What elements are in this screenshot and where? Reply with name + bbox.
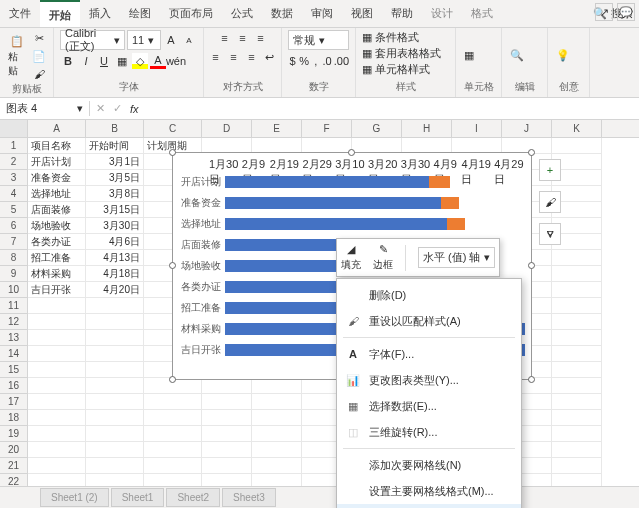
col-header[interactable]: B [86, 120, 144, 137]
row-header[interactable]: 2 [0, 154, 28, 170]
cell[interactable]: 3月5日 [86, 170, 144, 186]
conditional-format-button[interactable]: ▦条件格式 [362, 30, 419, 45]
resize-handle[interactable] [169, 262, 176, 269]
menu-review[interactable]: 审阅 [302, 0, 342, 27]
ctx-delete[interactable]: 删除(D) [337, 282, 521, 308]
align-middle-icon[interactable]: ≡ [235, 30, 251, 46]
chart-bar-row[interactable]: 选择地址 [179, 213, 525, 234]
row-header[interactable]: 6 [0, 218, 28, 234]
chart-brush-button[interactable]: 🖌 [539, 191, 561, 213]
row-header[interactable]: 8 [0, 250, 28, 266]
menu-home[interactable]: 开始 [40, 0, 80, 27]
decimal-inc-icon[interactable]: .0 [322, 53, 331, 69]
col-header[interactable]: I [452, 120, 502, 137]
cell[interactable]: 材料采购 [28, 266, 86, 282]
font-name-combo[interactable]: Calibri (正文)▾ [60, 30, 125, 50]
cut-icon[interactable]: ✂ [31, 30, 47, 46]
paste-button[interactable]: 📋 粘贴 [6, 33, 28, 80]
share-icon[interactable]: ↗ [595, 3, 613, 21]
cell[interactable]: 4月6日 [86, 234, 144, 250]
font-size-combo[interactable]: 11▾ [127, 30, 161, 50]
ctx-reset-style[interactable]: 🖌重设以匹配样式(A) [337, 308, 521, 334]
row-header[interactable]: 9 [0, 266, 28, 282]
resize-handle[interactable] [169, 376, 176, 383]
menu-insert[interactable]: 插入 [80, 0, 120, 27]
col-header[interactable]: J [502, 120, 552, 137]
row-header[interactable]: 20 [0, 442, 28, 458]
sheet-tab[interactable]: Sheet3 [222, 488, 276, 507]
align-right-icon[interactable]: ≡ [244, 49, 260, 65]
row-header[interactable]: 4 [0, 186, 28, 202]
col-header[interactable]: C [144, 120, 202, 137]
row-header[interactable]: 21 [0, 458, 28, 474]
chart-element-combo[interactable]: 水平 (值) 轴 ▾ [418, 247, 495, 268]
align-left-icon[interactable]: ≡ [208, 49, 224, 65]
menu-formula[interactable]: 公式 [222, 0, 262, 27]
ctx-select-data[interactable]: ▦选择数据(E)... [337, 393, 521, 419]
resize-handle[interactable] [528, 149, 535, 156]
row-header[interactable]: 1 [0, 138, 28, 154]
cell[interactable]: 开店计划 [28, 154, 86, 170]
cell[interactable]: 开始时间 [86, 138, 144, 154]
cell[interactable]: 4月20日 [86, 282, 144, 298]
cell[interactable]: 店面装修 [28, 202, 86, 218]
editing-button[interactable]: 🔍 [508, 47, 526, 64]
menu-design[interactable]: 设计 [422, 0, 462, 27]
row-header[interactable]: 17 [0, 394, 28, 410]
col-header[interactable]: G [352, 120, 402, 137]
table-format-button[interactable]: ▦套用表格格式 [362, 46, 441, 61]
cells-button[interactable]: ▦ [462, 47, 476, 64]
font-shrink-icon[interactable]: A [181, 32, 197, 48]
menu-help[interactable]: 帮助 [382, 0, 422, 27]
row-header[interactable]: 13 [0, 330, 28, 346]
format-painter-icon[interactable]: 🖌 [31, 66, 47, 82]
comment-icon[interactable]: 💬 [617, 3, 635, 21]
comma-icon[interactable]: , [311, 53, 320, 69]
row-header[interactable]: 5 [0, 202, 28, 218]
wrap-text-icon[interactable]: ↩ [262, 49, 278, 65]
cell[interactable]: 场地验收 [28, 218, 86, 234]
align-bottom-icon[interactable]: ≡ [253, 30, 269, 46]
ctx-font[interactable]: A字体(F)... [337, 341, 521, 367]
align-top-icon[interactable]: ≡ [217, 30, 233, 46]
cell[interactable]: 项目名称 [28, 138, 86, 154]
ctx-major-gridline-format[interactable]: 设置主要网格线格式(M)... [337, 478, 521, 504]
row-header[interactable]: 12 [0, 314, 28, 330]
confirm-icon[interactable]: ✓ [113, 102, 122, 115]
copy-icon[interactable]: 📄 [31, 48, 47, 64]
row-header[interactable]: 15 [0, 362, 28, 378]
percent-icon[interactable]: % [299, 53, 309, 69]
cell[interactable]: 吉日开张 [28, 282, 86, 298]
name-box[interactable]: 图表 4 ▾ [0, 101, 90, 116]
chart-plus-button[interactable]: + [539, 159, 561, 181]
border-button[interactable]: ▦ [114, 53, 130, 69]
sheet-tab[interactable]: Sheet1 [111, 488, 165, 507]
chart-bar-row[interactable]: 开店计划 [179, 171, 525, 192]
menu-view[interactable]: 视图 [342, 0, 382, 27]
ideas-button[interactable]: 💡 [554, 47, 572, 64]
cell[interactable]: 4月13日 [86, 250, 144, 266]
col-header[interactable]: D [202, 120, 252, 137]
menu-file[interactable]: 文件 [0, 0, 40, 27]
sheet-tab[interactable]: Sheet1 (2) [40, 488, 109, 507]
fx-icon[interactable]: fx [130, 103, 139, 115]
cell[interactable]: 招工准备 [28, 250, 86, 266]
row-header[interactable]: 3 [0, 170, 28, 186]
cell[interactable]: 准备资金 [28, 170, 86, 186]
font-color-button[interactable]: A [150, 53, 166, 69]
row-header[interactable]: 19 [0, 426, 28, 442]
resize-handle[interactable] [348, 149, 355, 156]
italic-button[interactable]: I [78, 53, 94, 69]
decimal-dec-icon[interactable]: .00 [334, 53, 349, 69]
row-header[interactable]: 7 [0, 234, 28, 250]
resize-handle[interactable] [528, 376, 535, 383]
row-header[interactable]: 16 [0, 378, 28, 394]
cancel-icon[interactable]: ✕ [96, 102, 105, 115]
border-button[interactable]: ✎ 边框 [373, 243, 393, 272]
phonetic-button[interactable]: wén [168, 53, 184, 69]
number-format-combo[interactable]: 常规▾ [288, 30, 349, 50]
ctx-add-minor-gridlines[interactable]: 添加次要网格线(N) [337, 452, 521, 478]
cell[interactable]: 各类办证 [28, 234, 86, 250]
sheet-tab[interactable]: Sheet2 [166, 488, 220, 507]
cell[interactable]: 选择地址 [28, 186, 86, 202]
